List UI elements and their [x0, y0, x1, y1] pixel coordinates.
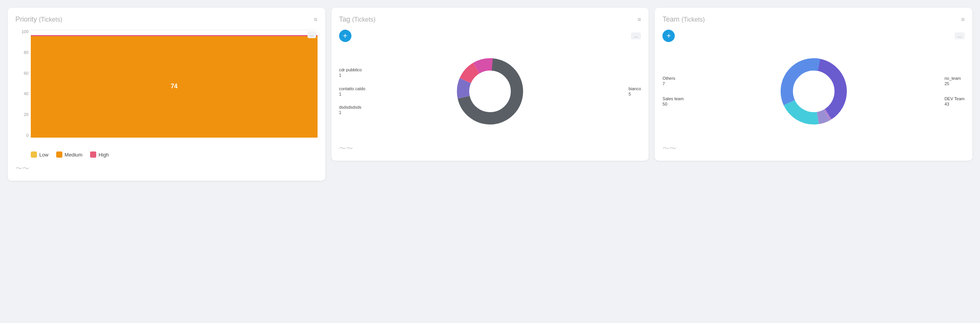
legend-item-medium: Medium	[56, 151, 82, 158]
bar-high-portion	[31, 35, 318, 36]
team-labels-right: no_team 25 DEV Team 43	[945, 76, 965, 107]
legend-dot-low	[31, 151, 37, 158]
tag-label-contatto: contatto caldo 1	[339, 86, 366, 97]
team-labels-left: Others 7 Sales team 50	[662, 76, 684, 107]
legend-label-high: High	[99, 152, 109, 158]
y-label-40: 40	[15, 92, 31, 96]
y-label-60: 60	[15, 71, 31, 76]
priority-legend: Low Medium High	[15, 151, 318, 158]
team-card: Team (Tickets) ≡ + ... Others 7 Sales te…	[655, 8, 972, 161]
tag-labels-right: bianco 5	[629, 86, 641, 97]
team-card-actions: + ...	[662, 30, 965, 42]
tag-title-text: Tag	[339, 15, 350, 23]
y-label-0: 0	[15, 133, 31, 138]
bar-container: 74 ...	[31, 30, 318, 138]
priority-wave-icon: 〜〜	[15, 164, 318, 173]
tag-label-bianco: bianco 5	[629, 86, 641, 97]
tag-donut-area: cdr pubblico 1 contatto caldo 1 dsdsdsds…	[339, 45, 641, 138]
y-label-100: 100	[15, 30, 31, 34]
tag-label-cdr: cdr pubblico 1	[339, 67, 366, 78]
priority-card-header: Priority (Tickets) ≡	[15, 15, 318, 24]
team-label-dev: DEV Team 43	[945, 96, 965, 107]
team-label-others: Others 7	[662, 76, 684, 87]
bar-wrapper-high: 74 ...	[31, 30, 318, 138]
tag-card-header: Tag (Tickets) ≡	[339, 15, 641, 24]
bar-medium: 74	[31, 35, 318, 138]
team-label-noteam: no_team 25	[945, 76, 965, 87]
legend-item-high: High	[90, 151, 109, 158]
team-title-text: Team	[662, 15, 679, 23]
tag-label-dsd: dsdsdsdsds 1	[339, 104, 366, 116]
tag-add-button[interactable]: +	[339, 30, 351, 42]
tag-title: Tag (Tickets)	[339, 15, 376, 24]
legend-item-low: Low	[31, 151, 48, 158]
tag-card-actions: + ...	[339, 30, 641, 42]
tag-menu-icon[interactable]: ≡	[637, 16, 641, 23]
team-subtitle: (Tickets)	[681, 16, 705, 23]
team-wave-icon: 〜〜	[662, 144, 965, 153]
legend-label-medium: Medium	[65, 152, 82, 158]
team-donut-area: Others 7 Sales team 50 no_	[662, 45, 965, 138]
team-card-header: Team (Tickets) ≡	[662, 15, 965, 24]
priority-chart: 0 20 40 60 80 100 74 ...	[15, 30, 318, 145]
priority-title: Priority (Tickets)	[15, 15, 62, 24]
priority-subtitle: (Tickets)	[39, 16, 62, 23]
legend-dot-high	[90, 151, 96, 158]
tag-more-button[interactable]: ...	[631, 32, 641, 39]
legend-label-low: Low	[39, 152, 48, 158]
team-label-sales: Sales team 50	[662, 96, 684, 107]
y-label-20: 20	[15, 113, 31, 117]
team-add-button[interactable]: +	[662, 30, 675, 42]
y-axis: 0 20 40 60 80 100	[15, 30, 31, 138]
legend-dot-medium	[56, 151, 62, 158]
bar-value: 74	[171, 83, 177, 90]
priority-card: Priority (Tickets) ≡ 0 20 40 60 80 100	[8, 8, 325, 181]
y-label-80: 80	[15, 50, 31, 55]
priority-menu-icon[interactable]: ≡	[314, 16, 317, 23]
tag-donut-svg	[452, 53, 528, 130]
tag-wave-icon: 〜〜	[339, 144, 641, 153]
team-more-button[interactable]: ...	[955, 32, 965, 39]
team-title: Team (Tickets)	[662, 15, 705, 24]
tag-subtitle: (Tickets)	[352, 16, 376, 23]
team-donut-svg	[775, 53, 852, 130]
team-menu-icon[interactable]: ≡	[961, 16, 965, 23]
tag-card: Tag (Tickets) ≡ + ... cdr pubblico 1 con…	[331, 8, 649, 161]
bar-more-button[interactable]: ...	[308, 31, 316, 38]
priority-title-text: Priority	[15, 15, 37, 23]
tag-labels-left: cdr pubblico 1 contatto caldo 1 dsdsdsds…	[339, 67, 366, 116]
